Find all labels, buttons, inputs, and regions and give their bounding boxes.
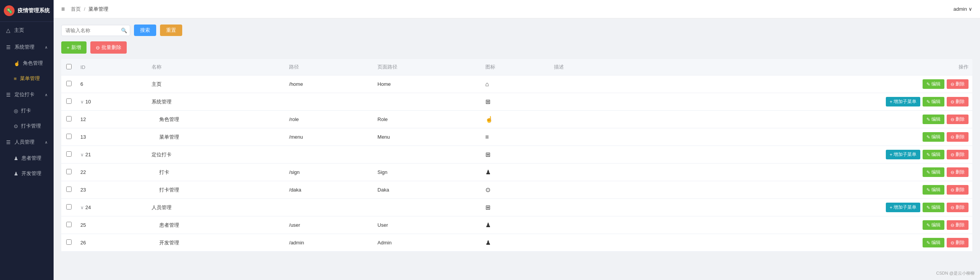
sidebar-item-patient[interactable]: ♟ 患者管理 [0, 151, 54, 166]
chevron-up-icon: ∧ [45, 140, 47, 144]
delete-button[interactable]: ⊖删除 [947, 97, 969, 106]
row-checkbox[interactable] [66, 239, 72, 245]
cell-icon: ♟ [482, 164, 550, 181]
cell-name: 打卡管理 [148, 181, 286, 199]
sidebar-item-sign[interactable]: ◎ 打卡 [0, 103, 54, 118]
row-checkbox[interactable] [66, 134, 72, 139]
cell-icon: ⊙ [482, 181, 550, 199]
cell-name: 角色管理 [148, 111, 286, 128]
th-path: 路径 [285, 59, 374, 75]
cell-id: 12 [77, 111, 148, 128]
cell-page-path: Admin [374, 234, 481, 252]
sidebar-item-menu[interactable]: ≡ 菜单管理 [0, 71, 54, 86]
row-checkbox[interactable] [66, 151, 72, 157]
delete-icon: ⊖ [96, 45, 100, 51]
sidebar-group-system[interactable]: ☰ 系统管理 ∧ [0, 39, 54, 56]
edit-button[interactable]: ✎编辑 [923, 203, 944, 212]
edit-button[interactable]: ✎编辑 [923, 185, 944, 195]
edit-button[interactable]: ✎编辑 [923, 132, 944, 142]
sidebar-logo: 🦠 疫情管理系统 [0, 0, 54, 22]
delete-button[interactable]: ⊖删除 [947, 132, 969, 142]
reset-button[interactable]: 重置 [160, 25, 182, 36]
cell-actions: +增加子菜单✎编辑⊖删除 [619, 146, 972, 164]
delete-button[interactable]: ⊖删除 [947, 167, 969, 177]
sign-icon: ◎ [14, 108, 18, 114]
search-button[interactable]: 搜索 [134, 25, 156, 36]
new-button[interactable]: + 新增 [61, 41, 87, 54]
edit-button[interactable]: ✎编辑 [923, 79, 944, 89]
content-area: 🔍 搜索 重置 + 新增 ⊖ 批量删除 [54, 18, 980, 280]
delete-button[interactable]: ⊖删除 [947, 185, 969, 195]
cell-actions: ✎编辑⊖删除 [619, 128, 972, 146]
cell-id: 6 [77, 75, 148, 93]
row-checkbox[interactable] [66, 98, 72, 104]
batch-delete-button[interactable]: ⊖ 批量删除 [90, 41, 127, 54]
sidebar-item-daka-manage[interactable]: ⊙ 打卡管理 [0, 118, 54, 134]
row-checkbox[interactable] [66, 204, 72, 210]
daka-group-icon: ☰ [6, 92, 11, 98]
add-sub-button[interactable]: +增加子菜单 [886, 203, 920, 212]
cell-path [285, 199, 374, 216]
plus-icon: + [67, 45, 70, 51]
action-group: ✎编辑⊖删除 [623, 115, 969, 124]
sidebar-item-role[interactable]: ☝ 角色管理 [0, 56, 54, 71]
delete-button[interactable]: ⊖删除 [947, 220, 969, 230]
edit-button[interactable]: ✎编辑 [923, 97, 944, 106]
username: admin [954, 6, 967, 12]
delete-button[interactable]: ⊖删除 [947, 79, 969, 89]
main-area: ≡ 首页 / 菜单管理 admin ∨ 🔍 搜索 重置 + 新增 [54, 0, 980, 280]
edit-icon: ✎ [926, 82, 930, 87]
delete-button[interactable]: ⊖删除 [947, 115, 969, 124]
edit-button[interactable]: ✎编辑 [923, 115, 944, 124]
sidebar-group-daka[interactable]: ☰ 定位打卡 ∧ [0, 86, 54, 103]
add-sub-button[interactable]: +增加子菜单 [886, 150, 920, 159]
edit-button[interactable]: ✎编辑 [923, 167, 944, 177]
edit-button[interactable]: ✎编辑 [923, 220, 944, 230]
sidebar-sub-label: 打卡管理 [21, 123, 41, 129]
edit-icon: ✎ [926, 205, 930, 210]
edit-icon: ✎ [926, 187, 930, 193]
expand-icon[interactable]: ∨ [80, 205, 84, 210]
row-checkbox[interactable] [66, 187, 72, 192]
cell-name: 患者管理 [148, 216, 286, 234]
edit-button[interactable]: ✎编辑 [923, 238, 944, 247]
sidebar-group-label: 定位打卡 [15, 91, 34, 98]
cell-actions: ✎编辑⊖删除 [619, 164, 972, 181]
table-row: 13菜单管理/menuMenu≡✎编辑⊖删除 [61, 128, 972, 146]
edit-button[interactable]: ✎编辑 [923, 150, 944, 159]
th-name: 名称 [148, 59, 286, 75]
cell-name: 菜单管理 [148, 128, 286, 146]
table-row: ∨24人员管理⊞+增加子菜单✎编辑⊖删除 [61, 199, 972, 216]
delete-button[interactable]: ⊖删除 [947, 238, 969, 247]
row-checkbox[interactable] [66, 81, 72, 86]
add-sub-button[interactable]: +增加子菜单 [886, 97, 920, 106]
expand-icon[interactable]: ∨ [80, 152, 84, 157]
search-input[interactable] [61, 25, 130, 36]
action-group: ✎编辑⊖删除 [623, 132, 969, 142]
delete-button[interactable]: ⊖删除 [947, 203, 969, 212]
table-row: 25患者管理/userUser♟✎编辑⊖删除 [61, 216, 972, 234]
expand-icon[interactable]: ∨ [80, 99, 84, 105]
system-icon: ☰ [6, 44, 11, 50]
sidebar-item-dev[interactable]: ♟ 开发管理 [0, 166, 54, 181]
toolbar: + 新增 ⊖ 批量删除 [61, 41, 972, 54]
cell-name: 主页 [148, 75, 286, 93]
row-checkbox[interactable] [66, 222, 72, 227]
delete-button[interactable]: ⊖删除 [947, 150, 969, 159]
breadcrumb-home[interactable]: 首页 [71, 6, 81, 13]
sidebar-item-home[interactable]: △ 主页 [0, 22, 54, 39]
cell-path: /menu [285, 128, 374, 146]
select-all-checkbox[interactable] [66, 64, 72, 69]
role-icon: ☝ [14, 61, 20, 66]
sidebar-sub-label: 打卡 [21, 107, 31, 114]
sidebar-group-people[interactable]: ☰ 人员管理 ∧ [0, 134, 54, 151]
row-checkbox[interactable] [66, 116, 72, 121]
cell-path: /admin [285, 234, 374, 252]
action-group: ✎编辑⊖删除 [623, 79, 969, 89]
header-right[interactable]: admin ∨ [954, 6, 972, 12]
row-checkbox[interactable] [66, 169, 72, 174]
cell-icon: ≡ [482, 128, 550, 146]
delete-icon: ⊖ [951, 117, 954, 122]
cell-icon: ♟ [482, 216, 550, 234]
hamburger-icon[interactable]: ≡ [61, 6, 65, 13]
